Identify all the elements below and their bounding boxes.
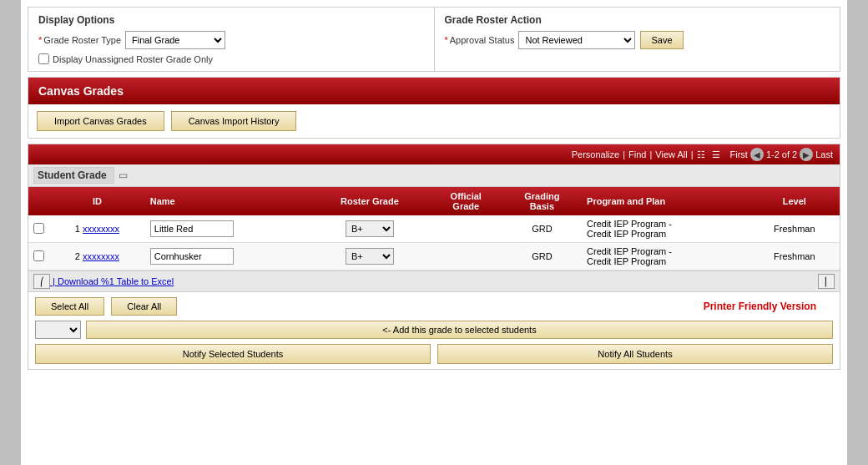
top-section: Display Options Grade Roster Type Final … (28, 7, 840, 72)
display-options-panel: Display Options Grade Roster Type Final … (28, 8, 435, 71)
official-grade-col-header: OfficialGrade (430, 187, 502, 215)
program-plan-col-header: Program and Plan (582, 187, 749, 215)
row1-roster-grade-cell: B+AA-BB-C+C (310, 215, 430, 243)
row1-grading-basis-cell: GRD (502, 215, 582, 243)
student-grade-toolbar: Personalize | Find | View All | ☷ ☰ Firs… (28, 144, 840, 164)
canvas-grades-header: Canvas Grades (28, 78, 840, 104)
pagination-nav: First ◀ 1-2 of 2 ▶ Last (730, 148, 834, 161)
add-grade-row: AA-B+BB-C+C <- Add this grade to selecte… (35, 321, 833, 339)
grade-roster-type-label: Grade Roster Type (38, 35, 121, 45)
clear-all-button[interactable]: Clear All (111, 297, 177, 316)
printer-friendly-link[interactable]: Printer Friendly Version (704, 301, 816, 312)
checkbox-col-header (28, 187, 49, 215)
find-link[interactable]: Find (628, 149, 646, 159)
canvas-grades-buttons: Import Canvas Grades Canvas Import Histo… (28, 104, 840, 138)
grade-roster-action-title: Grade Roster Action (445, 14, 830, 26)
grade-roster-action-panel: Grade Roster Action Approval Status Not … (435, 8, 840, 71)
canvas-import-history-button[interactable]: Canvas Import History (171, 111, 297, 131)
row2-program-plan-cell: Credit IEP Program -Credit IEP Program (582, 243, 749, 270)
action-area: Select All Clear All Printer Friendly Ve… (28, 292, 840, 369)
display-unassigned-row: Display Unassigned Roster Grade Only (38, 53, 424, 64)
row2-id-num: 2 (75, 251, 83, 261)
row1-official-grade-cell (430, 215, 502, 243)
select-all-button[interactable]: Select All (35, 297, 104, 316)
row1-id-num: 1 (75, 224, 83, 234)
page-info: 1-2 of 2 (766, 149, 797, 159)
grid-icon: ☷ (697, 149, 705, 160)
display-unassigned-label: Display Unassigned Roster Grade Only (53, 54, 213, 64)
student-grade-tab[interactable]: Student Grade (33, 167, 114, 184)
canvas-grades-section: Canvas Grades Import Canvas Grades Canva… (28, 77, 840, 139)
row2-id-cell: 2 xxxxxxxx (49, 243, 145, 270)
main-container: Display Options Grade Roster Type Final … (21, 0, 847, 465)
table-next-icon[interactable]: ⎜ (818, 274, 835, 289)
save-button[interactable]: Save (640, 31, 683, 49)
grade-roster-type-select[interactable]: Final Grade Midterm Grade (125, 31, 225, 49)
row2-roster-grade-cell: B+AA-BB-C+C (310, 243, 430, 270)
student-grade-tab-row: Student Grade ▭ (28, 164, 840, 187)
personalize-link[interactable]: Personalize (572, 149, 619, 159)
display-options-title: Display Options (38, 14, 424, 26)
approval-status-label: Approval Status (445, 35, 515, 45)
row1-checkbox-cell (28, 215, 49, 243)
approval-status-row: Approval Status Not Reviewed Reviewed Ap… (445, 31, 830, 49)
tab-expand-icon[interactable]: ▭ (119, 169, 128, 181)
row1-level-cell: Freshman (749, 215, 840, 243)
add-grade-button[interactable]: <- Add this grade to selected students (86, 321, 833, 339)
roster-grade-col-header: Roster Grade (310, 187, 430, 215)
row2-name-cell (145, 243, 310, 270)
level-col-header: Level (749, 187, 840, 215)
table-row: 1 xxxxxxxx B+AA-BB-C+C GRD Credit IEP Pr… (28, 215, 840, 243)
row2-grading-basis-cell: GRD (502, 243, 582, 270)
notify-buttons-row: Notify Selected Students Notify All Stud… (35, 344, 833, 364)
grading-basis-col-header: GradingBasis (502, 187, 582, 215)
next-page-button[interactable]: ▶ (800, 148, 813, 161)
grade-table: ID Name Roster Grade OfficialGrade Gradi… (28, 187, 840, 270)
row2-official-grade-cell (430, 243, 502, 270)
row2-id-link[interactable]: xxxxxxxx (83, 251, 119, 261)
row1-roster-grade-select[interactable]: B+AA-BB-C+C (346, 220, 394, 237)
download-excel-link[interactable]: | Download %1 Table to Excel (50, 276, 174, 286)
row1-id-cell: 1 xxxxxxxx (49, 215, 145, 243)
row1-name-input[interactable] (150, 220, 234, 237)
approval-status-select[interactable]: Not Reviewed Reviewed Approved (518, 31, 635, 49)
row2-roster-grade-select[interactable]: B+AA-BB-C+C (346, 248, 394, 265)
last-label: Last (815, 149, 833, 159)
row1-id-link[interactable]: xxxxxxxx (83, 224, 119, 234)
prev-page-button[interactable]: ◀ (750, 148, 764, 161)
row2-checkbox[interactable] (33, 250, 44, 261)
select-clear-row: Select All Clear All Printer Friendly Ve… (35, 297, 833, 316)
grade-dropdown[interactable]: AA-B+BB-C+C (35, 321, 81, 339)
grade-roster-type-row: Grade Roster Type Final Grade Midterm Gr… (38, 31, 424, 49)
row2-level-cell: Freshman (749, 243, 840, 270)
table-header-row: ID Name Roster Grade OfficialGrade Gradi… (28, 187, 840, 215)
row2-checkbox-cell (28, 243, 49, 270)
first-label: First (730, 149, 748, 159)
view-all-link[interactable]: View All (655, 149, 687, 159)
row1-program-plan-cell: Credit IEP Program -Credit IEP Program (582, 215, 749, 243)
name-col-header: Name (145, 187, 310, 215)
student-grade-section: Personalize | Find | View All | ☷ ☰ Firs… (28, 144, 840, 370)
notify-all-students-button[interactable]: Notify All Students (437, 344, 833, 364)
notify-selected-students-button[interactable]: Notify Selected Students (35, 344, 431, 364)
id-col-header: ID (49, 187, 145, 215)
table-footer-row: ⎛ | Download %1 Table to Excel ⎜ (28, 270, 840, 292)
display-unassigned-checkbox[interactable] (38, 53, 49, 64)
table-prev-icon[interactable]: ⎛ (33, 274, 50, 289)
row2-name-input[interactable] (150, 248, 234, 265)
import-canvas-grades-button[interactable]: Import Canvas Grades (37, 111, 164, 131)
table-icon: ☰ (712, 149, 720, 160)
row1-name-cell (145, 215, 310, 243)
table-row: 2 xxxxxxxx B+AA-BB-C+C GRD Credit IEP Pr… (28, 243, 840, 270)
row1-checkbox[interactable] (33, 223, 44, 234)
